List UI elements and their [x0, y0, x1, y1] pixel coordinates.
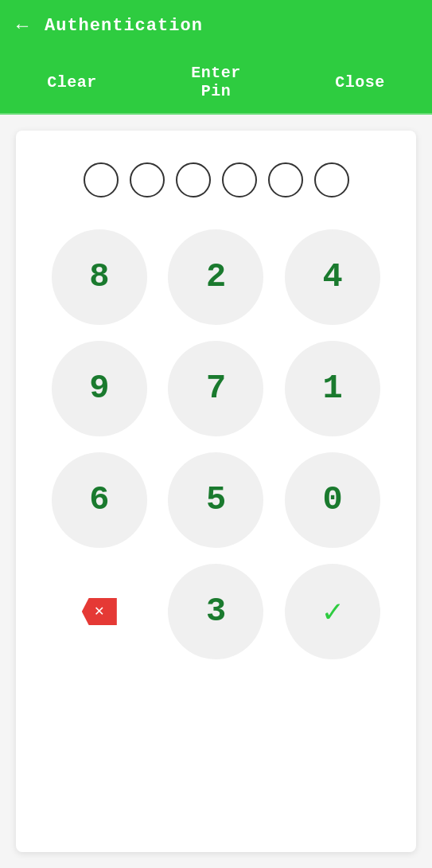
key-5[interactable]: 5 — [168, 452, 263, 548]
phone-container: ← Authentication Clear EnterPin Close 8 … — [0, 0, 432, 868]
key-6[interactable]: 6 — [52, 452, 147, 548]
key-1[interactable]: 1 — [285, 341, 380, 436]
backspace-icon: ✕ — [82, 598, 117, 625]
key-0[interactable]: 0 — [285, 452, 380, 548]
pin-dot-3 — [176, 162, 211, 197]
header-bar: ← Authentication — [0, 0, 432, 51]
key-8[interactable]: 8 — [52, 229, 147, 325]
pin-dot-6 — [314, 162, 349, 197]
clear-button[interactable]: Clear — [47, 73, 97, 92]
confirm-button[interactable]: ✓ — [285, 564, 380, 659]
checkmark-icon: ✓ — [323, 592, 342, 631]
close-button[interactable]: Close — [335, 73, 385, 92]
key-3[interactable]: 3 — [168, 564, 263, 659]
action-bar: Clear EnterPin Close — [0, 51, 432, 115]
pin-indicators — [84, 162, 349, 197]
pin-dot-4 — [222, 162, 257, 197]
pin-dot-2 — [130, 162, 165, 197]
keypad-area: 8 2 4 9 7 1 6 5 0 ✕ 3 ✓ — [16, 131, 416, 852]
key-9[interactable]: 9 — [52, 341, 147, 436]
delete-button[interactable]: ✕ — [52, 564, 147, 659]
enter-pin-button[interactable]: EnterPin — [191, 64, 241, 100]
back-button[interactable]: ← — [13, 14, 32, 37]
keypad-grid: 8 2 4 9 7 1 6 5 0 ✕ 3 ✓ — [49, 229, 383, 659]
key-2[interactable]: 2 — [168, 229, 263, 325]
key-4[interactable]: 4 — [285, 229, 380, 325]
pin-dot-5 — [268, 162, 303, 197]
key-7[interactable]: 7 — [168, 341, 263, 436]
page-title: Authentication — [45, 16, 203, 36]
pin-dot-1 — [84, 162, 119, 197]
